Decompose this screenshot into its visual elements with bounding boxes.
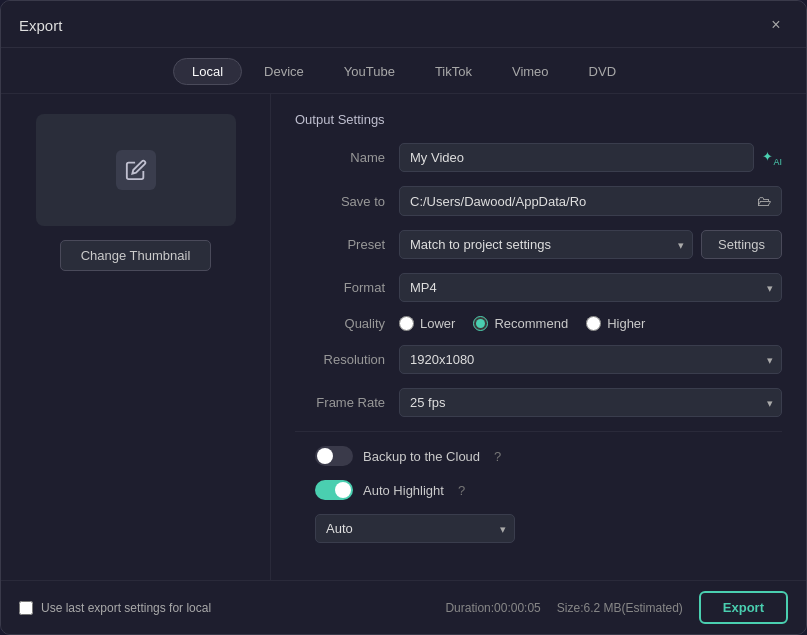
footer-left: Use last export settings for local [19, 601, 211, 615]
format-select[interactable]: MP4 [399, 273, 782, 302]
export-button[interactable]: Export [699, 591, 788, 624]
resolution-label: Resolution [295, 352, 385, 367]
size-info: Size:6.2 MB(Estimated) [557, 601, 683, 615]
save-to-control: C:/Users/Dawood/AppData/Ro 🗁 [399, 186, 782, 216]
auto-highlight-row: Auto Highlight ? [295, 480, 782, 500]
name-label: Name [295, 150, 385, 165]
thumbnail-preview [36, 114, 236, 226]
right-panel: Output Settings Name ✦AI Save to C:/User… [271, 94, 806, 580]
preset-select[interactable]: Match to project settings [399, 230, 693, 259]
footer-right: Duration:00:00:05 Size:6.2 MB(Estimated)… [445, 591, 788, 624]
folder-icon[interactable]: 🗁 [757, 193, 771, 209]
output-settings-title: Output Settings [295, 112, 782, 127]
format-control: MP4 ▾ [399, 273, 782, 302]
frame-rate-select[interactable]: 25 fps [399, 388, 782, 417]
quality-higher-label: Higher [607, 316, 645, 331]
path-display[interactable]: C:/Users/Dawood/AppData/Ro 🗁 [399, 186, 782, 216]
resolution-row: Resolution 1920x1080 ▾ [295, 345, 782, 374]
left-panel: Change Thumbnail [1, 94, 271, 580]
ai-icon[interactable]: ✦AI [762, 149, 782, 167]
auto-highlight-help-icon[interactable]: ? [458, 483, 465, 498]
save-to-row: Save to C:/Users/Dawood/AppData/Ro 🗁 [295, 186, 782, 216]
settings-button[interactable]: Settings [701, 230, 782, 259]
tab-dvd[interactable]: DVD [571, 59, 634, 84]
frame-rate-control: 25 fps ▾ [399, 388, 782, 417]
quality-lower-radio[interactable] [399, 316, 414, 331]
path-text: C:/Users/Dawood/AppData/Ro [410, 194, 586, 209]
preset-label: Preset [295, 237, 385, 252]
export-dialog: Export × Local Device YouTube TikTok Vim… [0, 0, 807, 635]
name-control: ✦AI [399, 143, 782, 172]
auto-select-outer: Auto ▾ [315, 514, 515, 543]
tab-device[interactable]: Device [246, 59, 322, 84]
quality-higher-radio[interactable] [586, 316, 601, 331]
format-select-wrap: MP4 ▾ [399, 273, 782, 302]
auto-highlight-toggle[interactable] [315, 480, 353, 500]
preset-control: Match to project settings ▾ Settings [399, 230, 782, 259]
footer: Use last export settings for local Durat… [1, 580, 806, 634]
tab-local[interactable]: Local [173, 58, 242, 85]
tab-tiktok[interactable]: TikTok [417, 59, 490, 84]
format-row: Format MP4 ▾ [295, 273, 782, 302]
backup-label: Backup to the Cloud [363, 449, 480, 464]
auto-select-wrap: Auto ▾ [295, 514, 782, 543]
tabs-bar: Local Device YouTube TikTok Vimeo DVD [1, 48, 806, 94]
preset-select-wrap: Match to project settings ▾ [399, 230, 693, 259]
divider [295, 431, 782, 432]
title-bar: Export × [1, 1, 806, 48]
backup-row: Backup to the Cloud ? [295, 446, 782, 466]
auto-highlight-label: Auto Highlight [363, 483, 444, 498]
name-row: Name ✦AI [295, 143, 782, 172]
quality-recommend-label: Recommend [494, 316, 568, 331]
quality-higher-option[interactable]: Higher [586, 316, 645, 331]
tab-youtube[interactable]: YouTube [326, 59, 413, 84]
auto-highlight-toggle-wrap: Auto Highlight ? [315, 480, 465, 500]
frame-rate-label: Frame Rate [295, 395, 385, 410]
change-thumbnail-button[interactable]: Change Thumbnail [60, 240, 212, 271]
auto-select[interactable]: Auto [315, 514, 515, 543]
preset-row: Preset Match to project settings ▾ Setti… [295, 230, 782, 259]
backup-help-icon[interactable]: ? [494, 449, 501, 464]
frame-rate-row: Frame Rate 25 fps ▾ [295, 388, 782, 417]
name-input[interactable] [399, 143, 754, 172]
last-settings-checkbox[interactable] [19, 601, 33, 615]
quality-options: Lower Recommend Higher [399, 316, 645, 331]
resolution-select[interactable]: 1920x1080 [399, 345, 782, 374]
close-button[interactable]: × [764, 13, 788, 37]
frame-rate-select-wrap: 25 fps ▾ [399, 388, 782, 417]
dialog-title: Export [19, 17, 62, 34]
quality-recommend-radio[interactable] [473, 316, 488, 331]
backup-toggle-wrap: Backup to the Cloud ? [315, 446, 501, 466]
save-to-label: Save to [295, 194, 385, 209]
quality-lower-option[interactable]: Lower [399, 316, 455, 331]
backup-toggle[interactable] [315, 446, 353, 466]
main-content: Change Thumbnail Output Settings Name ✦A… [1, 94, 806, 580]
format-label: Format [295, 280, 385, 295]
resolution-select-wrap: 1920x1080 ▾ [399, 345, 782, 374]
tab-vimeo[interactable]: Vimeo [494, 59, 567, 84]
quality-lower-label: Lower [420, 316, 455, 331]
backup-toggle-knob [317, 448, 333, 464]
resolution-control: 1920x1080 ▾ [399, 345, 782, 374]
quality-recommend-option[interactable]: Recommend [473, 316, 568, 331]
last-settings-label: Use last export settings for local [41, 601, 211, 615]
duration-info: Duration:00:00:05 [445, 601, 540, 615]
auto-highlight-toggle-knob [335, 482, 351, 498]
thumbnail-icon [116, 150, 156, 190]
quality-control: Lower Recommend Higher [399, 316, 782, 331]
quality-label: Quality [295, 316, 385, 331]
quality-row: Quality Lower Recommend High [295, 316, 782, 331]
